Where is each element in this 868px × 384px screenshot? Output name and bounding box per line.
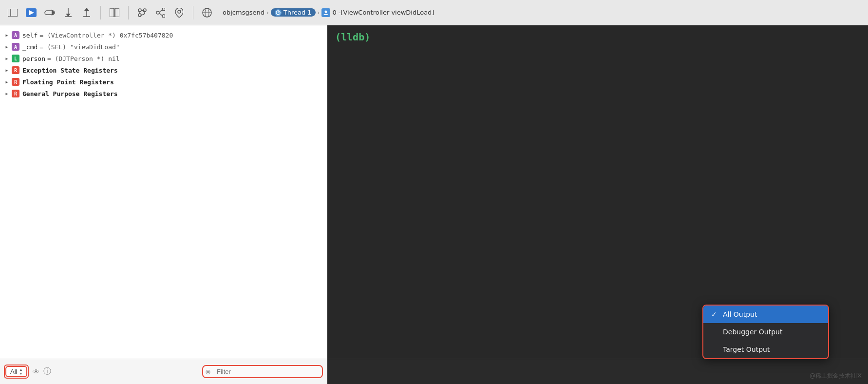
expand-triangle[interactable]: ▶: [4, 79, 10, 85]
var-value: = (SEL) "viewDidLoad": [39, 43, 119, 51]
svg-rect-0: [8, 9, 18, 17]
svg-rect-12: [110, 8, 114, 17]
step-in-icon[interactable]: [61, 6, 75, 19]
stepper[interactable]: ▲ ▼: [19, 368, 22, 375]
dropdown-item-label: Debugger Output: [723, 328, 782, 336]
output-type-dropdown[interactable]: ✓ All Output Debugger Output Target Outp…: [702, 305, 829, 359]
svg-point-19: [162, 8, 165, 11]
divider-3: [193, 6, 193, 19]
watermark: @稀土掘金技术社区: [810, 372, 862, 380]
var-value: = (DJTPerson *) nil: [47, 55, 120, 62]
breadcrumb-frame-label: -[ViewController viewDidLoad]: [339, 9, 434, 16]
branch-icon[interactable]: [135, 6, 149, 19]
svg-rect-13: [115, 8, 119, 17]
step-out-icon[interactable]: [80, 6, 94, 19]
svg-point-14: [138, 9, 141, 12]
variables-list: ▶ A self = (ViewController *) 0x7fc57b40…: [0, 25, 327, 359]
toolbar: objcmsgsend › Thread 1 › 0 -[ViewControl…: [0, 0, 868, 25]
stepper-down: ▼: [19, 372, 22, 376]
breadcrumb-thread-label: Thread 1: [283, 9, 312, 16]
list-item[interactable]: ▶ R Floating Point Registers: [0, 76, 327, 88]
filter-input[interactable]: [213, 366, 320, 377]
breadcrumb-frame-number: 0: [332, 9, 336, 16]
breadcrumb-source[interactable]: objcmsgsend: [223, 9, 264, 16]
divider-1: [100, 6, 101, 19]
all-output-button[interactable]: All ▲ ▼: [5, 366, 27, 377]
divider-2: [128, 6, 129, 19]
info-icon[interactable]: ⓘ: [43, 366, 51, 377]
console-panel: (lldb) ✓ All Output Debugger Output Targ…: [327, 25, 868, 384]
expand-triangle[interactable]: ▶: [4, 32, 10, 38]
dropdown-item-label: Target Output: [723, 346, 770, 353]
lldb-prompt: (lldb): [335, 31, 370, 43]
type-badge-l: L: [12, 55, 19, 62]
svg-marker-7: [66, 14, 71, 17]
var-name: _cmd: [22, 43, 38, 51]
checkmark-icon: ✓: [711, 310, 719, 318]
type-badge-a: A: [12, 31, 19, 39]
expand-triangle[interactable]: ▶: [4, 44, 10, 50]
svg-marker-5: [52, 9, 55, 16]
list-item[interactable]: ▶ R General Purpose Registers: [0, 88, 327, 99]
sidebar-toggle-icon[interactable]: [6, 6, 19, 19]
filter-icon: ⊜: [205, 368, 211, 376]
dropdown-item-target-output[interactable]: Target Output: [703, 341, 828, 358]
breadcrumb: objcmsgsend › Thread 1 › 0 -[ViewControl…: [223, 8, 434, 17]
stepper-up: ▲: [19, 368, 22, 372]
layout-icon[interactable]: [108, 6, 121, 19]
expand-triangle[interactable]: ▶: [4, 67, 10, 73]
type-badge-r: R: [12, 90, 19, 97]
share-icon[interactable]: [154, 6, 168, 19]
globe-icon[interactable]: [200, 6, 214, 19]
list-item[interactable]: ▶ A self = (ViewController *) 0x7fc57b40…: [0, 29, 327, 41]
type-badge-r: R: [12, 78, 19, 86]
breadcrumb-thread[interactable]: Thread 1: [271, 8, 316, 17]
dropdown-item-debugger-output[interactable]: Debugger Output: [703, 323, 828, 341]
svg-marker-10: [84, 8, 89, 11]
var-name: Floating Point Registers: [22, 78, 114, 86]
dropdown-item-all-output[interactable]: ✓ All Output: [703, 306, 828, 323]
type-badge-a: A: [12, 43, 19, 51]
var-name: General Purpose Registers: [22, 90, 118, 97]
play-button-icon[interactable]: [24, 6, 38, 19]
eye-icon[interactable]: 👁: [33, 368, 39, 376]
var-name: Exception State Registers: [22, 67, 118, 74]
location-icon[interactable]: [172, 6, 186, 19]
frame-icon: [321, 8, 330, 17]
all-label: All: [10, 368, 17, 375]
svg-point-29: [325, 10, 327, 13]
var-name: self: [22, 32, 38, 39]
list-item[interactable]: ▶ R Exception State Registers: [0, 64, 327, 76]
breadcrumb-sep-1: ›: [266, 9, 269, 16]
expand-triangle[interactable]: ▶: [4, 56, 10, 61]
main-content: ▶ A self = (ViewController *) 0x7fc57b40…: [0, 25, 868, 384]
thread-icon: [275, 9, 282, 16]
list-item[interactable]: ▶ L person = (DJTPerson *) nil: [0, 53, 327, 64]
svg-point-20: [162, 15, 165, 18]
svg-point-18: [156, 11, 159, 14]
filter-wrapper: ⊜: [202, 365, 323, 378]
expand-triangle[interactable]: ▶: [4, 91, 10, 96]
svg-line-21: [159, 10, 162, 12]
dropdown-item-label: All Output: [723, 310, 757, 318]
breadcrumb-sep-2: ›: [318, 9, 320, 16]
right-bottom-bar: ✓ All Output Debugger Output Target Outp…: [327, 359, 868, 384]
type-badge-r: R: [12, 66, 19, 74]
var-name: person: [22, 55, 45, 62]
variables-panel: ▶ A self = (ViewController *) 0x7fc57b40…: [0, 25, 327, 384]
svg-point-23: [178, 10, 181, 13]
svg-line-22: [159, 13, 162, 16]
all-output-button-wrapper: All ▲ ▼: [4, 365, 29, 379]
var-value: = (ViewController *) 0x7fc57b407820: [39, 32, 173, 39]
list-item[interactable]: ▶ A _cmd = (SEL) "viewDidLoad": [0, 41, 327, 53]
left-bottom-bar: All ▲ ▼ 👁 ⓘ ⊜: [0, 359, 327, 384]
step-over-icon[interactable]: [43, 6, 57, 19]
